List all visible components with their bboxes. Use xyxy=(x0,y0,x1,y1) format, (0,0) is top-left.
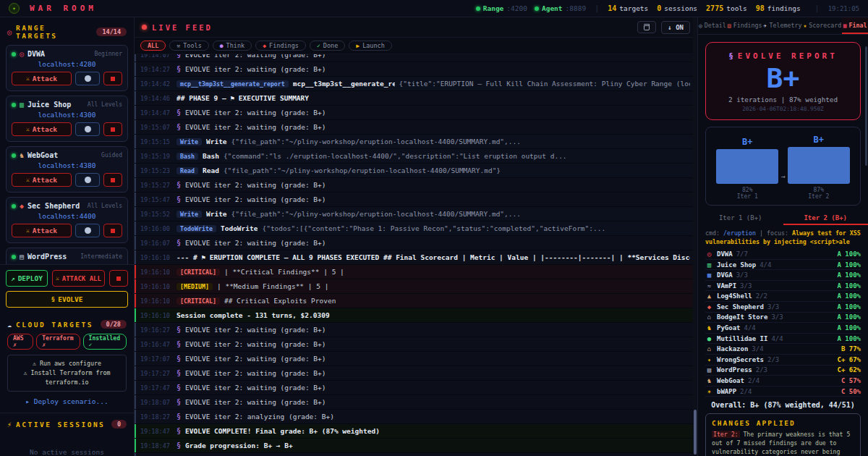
trash-icon xyxy=(644,24,650,30)
attack-button[interactable]: ⚔ Attack xyxy=(12,122,72,136)
target-host: localhost:4400 xyxy=(12,212,122,220)
feed-message: Bash xyxy=(203,152,219,160)
autoscroll-toggle[interactable]: ↓ ON xyxy=(661,21,690,34)
section-title: CLOUD TARGETS xyxy=(16,321,93,329)
range-status: Range :4200 xyxy=(476,4,527,12)
stop-target-button[interactable] xyxy=(103,122,122,136)
open-browser-button[interactable] xyxy=(75,224,100,237)
evolve-report-title: §EVOLVE REPORT xyxy=(712,51,854,61)
feed-timestamp: 19:15:47 xyxy=(140,196,172,203)
feed-row: 19:14:42 mcp__t3mp3st__generate_report m… xyxy=(135,77,697,90)
open-browser-button[interactable] xyxy=(75,72,100,85)
attack-button[interactable]: ⚔ Attack xyxy=(12,224,72,237)
swords-icon: ⚔ xyxy=(56,275,59,282)
filter-label: Done xyxy=(323,42,338,49)
feed-badge: mcp__t3mp3st__generate_report xyxy=(176,80,289,88)
score-target-name: WrongSecrets xyxy=(717,356,764,363)
feed-filter-pill[interactable]: ⚒ Tools xyxy=(169,41,208,51)
score-row[interactable]: ▤ WordPress 2/3 C+ 62% xyxy=(705,366,861,376)
score-ratio: 3/3 xyxy=(771,313,783,321)
deploy-scenario-link[interactable]: ▸ Deploy scenario... xyxy=(0,397,134,405)
feed-message: EVOLVE iter 2: waiting (grade: B+) xyxy=(185,398,326,406)
feed-row: 19:15:52 Write Write {"file_path":"~/pli… xyxy=(135,207,697,221)
open-browser-button[interactable] xyxy=(75,173,100,187)
score-row[interactable]: ♞ WebGoat 2/4 C 57% xyxy=(705,376,861,387)
report-tab[interactable]: ★ Scorecard xyxy=(802,17,842,34)
feed-timestamp: 19:16:07 xyxy=(140,240,172,247)
feed-filter-pill[interactable]: ● Think xyxy=(213,41,252,51)
score-row[interactable]: ✶ bWAPP 2/4 C 50% xyxy=(705,387,861,397)
stop-square-icon xyxy=(111,127,115,132)
score-row[interactable]: ⌂ BodgeIt Store 3/3 A 100% xyxy=(705,313,861,324)
filter-icon: ◆ xyxy=(263,43,266,49)
feed-row: 19:15:27 § EVOLVE iter 2: waiting (grade… xyxy=(135,178,697,192)
feed-scrollbar-thumb[interactable] xyxy=(694,410,697,455)
feed-row-icon: § xyxy=(176,195,181,203)
score-row[interactable]: ◆ Sec Shepherd 3/3 A 100% xyxy=(705,302,861,313)
warning-line: ⚠ Install Terraform from terraform.io xyxy=(11,368,123,387)
feed-row: 19:18:47 ▤ Generating Final Report from … xyxy=(135,453,697,456)
target-level: Intermediate xyxy=(80,253,122,260)
report-tab[interactable]: ◎ Detail xyxy=(698,17,727,34)
feed-row: 19:18:47 § EVOLVE COMPLETE! Final grade:… xyxy=(135,424,697,438)
feed-message: | **Medium Findings** | 5 | xyxy=(217,282,328,290)
feed-row: 19:15:47 § EVOLVE iter 2: waiting (grade… xyxy=(135,193,697,206)
score-row[interactable]: ▲ Log4Shell 2/2 A 100% xyxy=(705,291,861,302)
score-row[interactable]: ♞ PyGoat 4/4 A 100% xyxy=(705,323,861,334)
score-row[interactable]: ▦ DVGA 3/3 A 100% xyxy=(705,270,861,281)
iteration-tab[interactable]: Iter 1 (B+) xyxy=(698,211,783,225)
score-grade: C+ 67% xyxy=(837,356,861,363)
dna-icon: § xyxy=(51,295,55,303)
clear-feed-button[interactable] xyxy=(637,21,656,33)
feed-message: EVOLVE iter 2: waiting (grade: B+) xyxy=(185,181,326,189)
score-grade: A 100% xyxy=(837,250,861,258)
attack-button[interactable]: ⚔ Attack xyxy=(12,173,72,187)
score-row[interactable]: ● Mutillidae II 4/4 A 100% xyxy=(705,334,861,345)
score-grade: A 100% xyxy=(837,261,861,269)
live-feed-header: LIVE FEED ↓ ON xyxy=(135,17,697,38)
stop-target-button[interactable] xyxy=(103,72,122,85)
target-card: ◆ Sec Shepherd All Levels localhost:4400… xyxy=(6,197,128,243)
iteration-tab[interactable]: Iter 2 (B+) xyxy=(783,211,868,225)
report-tabs: ◎ Detail ▤ Findings ✈ Telemetry ★ Scorec… xyxy=(698,17,868,35)
feed-timestamp: 19:18:47 xyxy=(140,428,172,435)
attack-button[interactable]: ⚔ Attack xyxy=(12,72,72,85)
score-row[interactable]: ✦ WrongSecrets 2/3 C+ 67% xyxy=(705,355,861,366)
feed-filter-pill[interactable]: ✓ Done xyxy=(310,41,345,51)
status-dot-icon xyxy=(12,153,16,158)
score-ratio: 3/3 xyxy=(736,271,748,279)
report-scrollbar-thumb[interactable] xyxy=(865,46,867,166)
score-row[interactable]: ▥ Juice Shop 4/4 A 100% xyxy=(705,260,861,271)
feed-filter-pill[interactable]: ◆ Findings xyxy=(255,41,306,51)
header-stat: 2775 tools xyxy=(706,4,753,12)
feed-timestamp: 19:14:42 xyxy=(140,80,172,88)
open-browser-button[interactable] xyxy=(75,122,100,136)
evolve-button[interactable]: § EVOLVE xyxy=(6,291,128,308)
feed-timestamp: 19:15:23 xyxy=(140,167,172,174)
deploy-button[interactable]: ↗ DEPLOY xyxy=(6,270,48,287)
browser-circle-icon xyxy=(85,126,91,132)
stop-square-icon xyxy=(116,276,121,281)
stop-target-button[interactable] xyxy=(103,173,122,187)
target-card: ♞ WebGoat Guided localhost:4380 ⚔ Attack xyxy=(6,146,128,193)
feed-row-icon: § xyxy=(176,326,181,334)
stop-all-button[interactable] xyxy=(109,270,128,287)
feed-row: 19:16:10 Session complete - 131 turns, $… xyxy=(135,308,697,322)
stop-target-button[interactable] xyxy=(103,224,122,237)
feed-filter-pill[interactable]: ALL xyxy=(140,41,166,51)
feed-filter-pill[interactable]: ▶ Launch xyxy=(349,41,392,51)
swords-icon: ⚔ xyxy=(26,227,30,234)
score-row[interactable]: ≈ VAmPI 3/3 A 100% xyxy=(705,281,861,292)
attack-all-button[interactable]: ⚔ ATTACK ALL xyxy=(52,270,105,287)
report-tab[interactable]: ✈ Telemetry xyxy=(763,17,803,34)
report-tab[interactable]: ▤ Findings xyxy=(727,17,763,34)
feed-message: --- # ⚑ ERUPTION COMPLETE — ALL 9 PHASES… xyxy=(176,253,690,261)
tab-icon: ◎ xyxy=(699,22,702,29)
feed-args: {"command":"ls ./eruption-localhost-4400… xyxy=(224,152,567,160)
report-tab[interactable]: ▦ Final xyxy=(842,17,868,34)
score-row[interactable]: ⌂ Hackazon 3/4 B 77% xyxy=(705,344,861,355)
feed-message: EVOLVE iter 2: waiting (grade: B+) xyxy=(185,65,326,73)
score-ratio: 2/3 xyxy=(767,356,779,363)
score-row[interactable]: ◎ DVWA 7/7 A 100% xyxy=(705,249,861,260)
score-ratio: 3/3 xyxy=(740,282,752,290)
